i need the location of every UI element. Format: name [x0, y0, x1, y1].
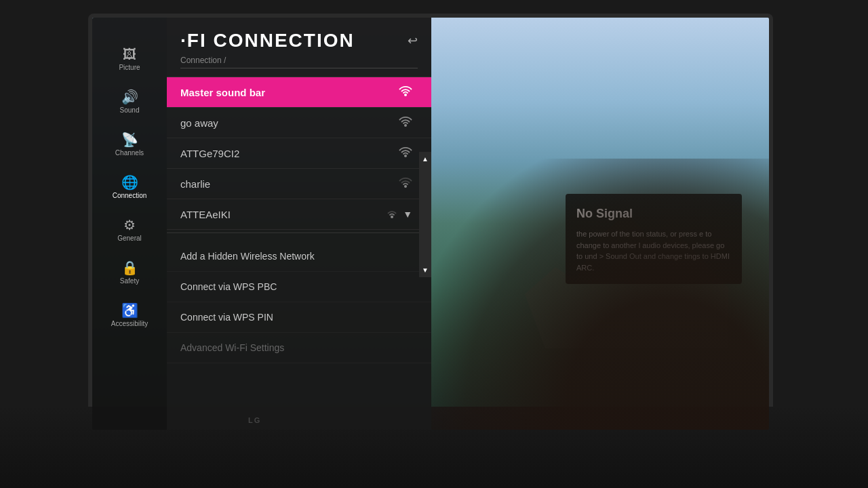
accessibility-icon: ♿: [121, 304, 138, 317]
sidebar-item-picture[interactable]: 🖼 Picture: [92, 38, 167, 81]
back-button[interactable]: ↩: [408, 33, 418, 48]
general-icon: ⚙: [123, 218, 136, 232]
network-item-atteaelki[interactable]: ATTEAeIKI ▼: [167, 199, 431, 230]
network-item-go-away[interactable]: go away: [167, 108, 431, 138]
sidebar-item-channels[interactable]: 📡 Channels: [92, 123, 167, 166]
wifi-icon-atteaelki: [385, 207, 399, 221]
lg-logo: LG: [248, 416, 261, 424]
chevron-down-icon: ▼: [403, 209, 412, 220]
no-signal-panel: No Signal the power of the tion status, …: [566, 194, 742, 284]
network-name-go-away: go away: [180, 117, 399, 129]
network-name-atteaelki: ATTEAeIKI: [180, 209, 385, 220]
network-item-attge79ci2[interactable]: ATTGe79CI2: [167, 138, 431, 169]
sidebar-item-sound[interactable]: 🔊 Sound: [92, 81, 167, 123]
action-label-add-hidden: Add a Hidden Wireless Network: [180, 251, 315, 262]
action-wps-pin[interactable]: Connect via WPS PIN: [167, 302, 431, 333]
action-add-hidden-network[interactable]: Add a Hidden Wireless Network: [167, 241, 431, 272]
channels-icon: 📡: [121, 133, 138, 146]
list-scrollbar[interactable]: ▲ ▼: [419, 152, 431, 277]
action-label-advanced: Advanced Wi-Fi Settings: [180, 342, 284, 353]
wifi-icon-charlie: [399, 177, 412, 190]
section-divider: [167, 232, 431, 233]
network-item-master-sound-bar[interactable]: Master sound bar: [167, 77, 431, 108]
network-name-attge79ci2: ATTGe79CI2: [180, 148, 399, 159]
panel-title: ·FI CONNECTION: [180, 30, 355, 52]
sidebar-label-safety: Safety: [120, 277, 139, 285]
network-list: Master sound bar go away: [167, 77, 431, 230]
action-label-wps-pin: Connect via WPS PIN: [180, 312, 273, 323]
header-row: ·FI CONNECTION ↩: [180, 30, 418, 52]
sidebar-label-general: General: [117, 235, 142, 242]
panel-header: ·FI CONNECTION ↩ Connection /: [167, 18, 431, 77]
wifi-icon-attge79ci2: [399, 146, 412, 160]
main-panel: ·FI CONNECTION ↩ Connection / Master sou…: [167, 18, 431, 430]
network-section: Master sound bar go away: [167, 77, 431, 230]
action-label-wps-pbc: Connect via WPS PBC: [180, 281, 277, 292]
sidebar-label-channels: Channels: [115, 149, 144, 157]
breadcrumb: Connection /: [180, 52, 418, 68]
sidebar-label-accessibility: Accessibility: [111, 320, 148, 327]
sidebar-label-connection: Connection: [113, 192, 147, 199]
settings-sidebar: 🖼 Picture 🔊 Sound 📡 Channels 🌐 Connectio…: [92, 18, 167, 430]
wifi-icon-go-away: [399, 116, 412, 129]
action-advanced-wifi: Advanced Wi-Fi Settings: [167, 333, 431, 363]
network-name-master-sound-bar: Master sound bar: [180, 87, 399, 98]
action-wps-pbc[interactable]: Connect via WPS PBC: [167, 272, 431, 302]
sidebar-item-connection[interactable]: 🌐 Connection: [92, 166, 167, 209]
no-signal-text: the power of the tion status, or press e…: [576, 228, 731, 273]
scroll-up-arrow[interactable]: ▲: [419, 153, 431, 165]
sidebar-item-safety[interactable]: 🔒 Safety: [92, 251, 167, 294]
sidebar-label-sound: Sound: [120, 106, 140, 114]
connection-icon: 🌐: [121, 176, 138, 189]
wifi-icon-master: [399, 85, 412, 99]
sidebar-item-general[interactable]: ⚙ General: [92, 209, 167, 251]
sound-icon: 🔊: [121, 90, 138, 104]
sidebar-item-accessibility[interactable]: ♿ Accessibility: [92, 294, 167, 337]
picture-icon: 🖼: [123, 47, 136, 61]
header-divider: [180, 68, 418, 68]
sidebar-label-picture: Picture: [119, 64, 140, 71]
network-name-charlie: charlie: [180, 178, 399, 190]
no-signal-title: No Signal: [576, 205, 731, 223]
scroll-down-arrow[interactable]: ▼: [419, 264, 431, 276]
action-items: Add a Hidden Wireless Network Connect vi…: [167, 236, 431, 369]
safety-icon: 🔒: [121, 261, 138, 274]
network-item-charlie[interactable]: charlie: [167, 169, 431, 199]
